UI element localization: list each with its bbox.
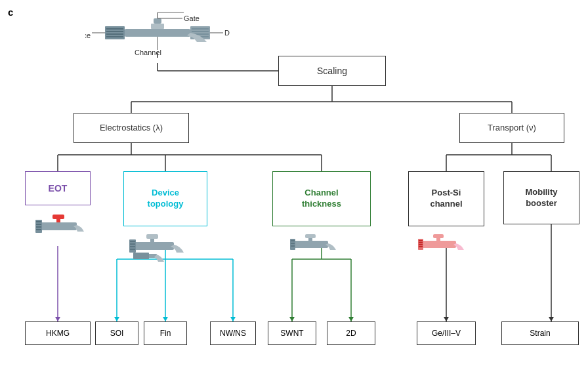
svg-rect-86 <box>433 234 444 238</box>
svg-rect-79 <box>305 234 316 238</box>
two-d-box: 2D <box>327 321 375 345</box>
svg-rect-63 <box>41 222 77 230</box>
nw-ns-box: NW/NS <box>210 321 256 345</box>
swnt-box: SWNT <box>268 321 316 345</box>
svg-rect-61 <box>52 215 64 219</box>
post-si-box: Post-Si channel <box>408 171 484 226</box>
svg-marker-31 <box>114 317 119 321</box>
svg-text:Source: Source <box>85 31 91 39</box>
mobility-booster-box: Mobility booster <box>503 171 579 224</box>
svg-marker-33 <box>230 317 236 321</box>
scaling-box: Scaling <box>278 56 386 86</box>
svg-marker-32 <box>163 317 168 321</box>
svg-rect-88 <box>422 241 456 248</box>
svg-rect-81 <box>294 241 328 248</box>
svg-rect-62 <box>56 219 60 222</box>
eot-faucet <box>34 213 87 251</box>
svg-marker-36 <box>444 317 449 321</box>
ge-iii-v-box: Ge/III–V <box>417 321 476 345</box>
post-si-faucet <box>417 233 469 264</box>
soi-box: SOI <box>95 321 138 345</box>
svg-text:Gate: Gate <box>184 14 200 22</box>
diagram-label: c <box>8 7 13 18</box>
svg-rect-41 <box>125 29 190 37</box>
svg-marker-35 <box>348 317 354 321</box>
svg-marker-34 <box>289 317 295 321</box>
device-topology-box: Device topology <box>123 171 207 226</box>
transport-box: Transport (ν) <box>459 113 564 143</box>
hkmg-box: HKMG <box>25 321 91 345</box>
svg-rect-80 <box>308 238 312 241</box>
strain-box: Strain <box>501 321 579 345</box>
fin-box: Fin <box>144 321 187 345</box>
svg-marker-37 <box>549 317 554 321</box>
channel-thickness-box: Channel thickness <box>272 171 371 226</box>
eot-box: EOT <box>25 171 91 205</box>
svg-rect-74 <box>133 253 149 259</box>
svg-rect-69 <box>146 234 158 239</box>
channel-thickness-faucet <box>289 233 341 264</box>
diagram: c <box>0 0 588 370</box>
svg-rect-70 <box>150 239 154 242</box>
device-topology-faucet <box>128 233 194 271</box>
svg-text:Channel: Channel <box>135 49 161 56</box>
svg-rect-87 <box>436 238 440 241</box>
svg-rect-71 <box>135 242 174 250</box>
svg-rect-40 <box>151 24 164 29</box>
transistor-diagram: Gate Source Drain Channel <box>85 9 230 58</box>
svg-marker-30 <box>55 317 60 321</box>
svg-rect-52 <box>154 18 161 24</box>
transistor-svg: Gate Source Drain Channel <box>85 9 230 58</box>
svg-text:Drain: Drain <box>224 29 230 37</box>
electrostatics-box: Electrostatics (λ) <box>74 113 189 143</box>
